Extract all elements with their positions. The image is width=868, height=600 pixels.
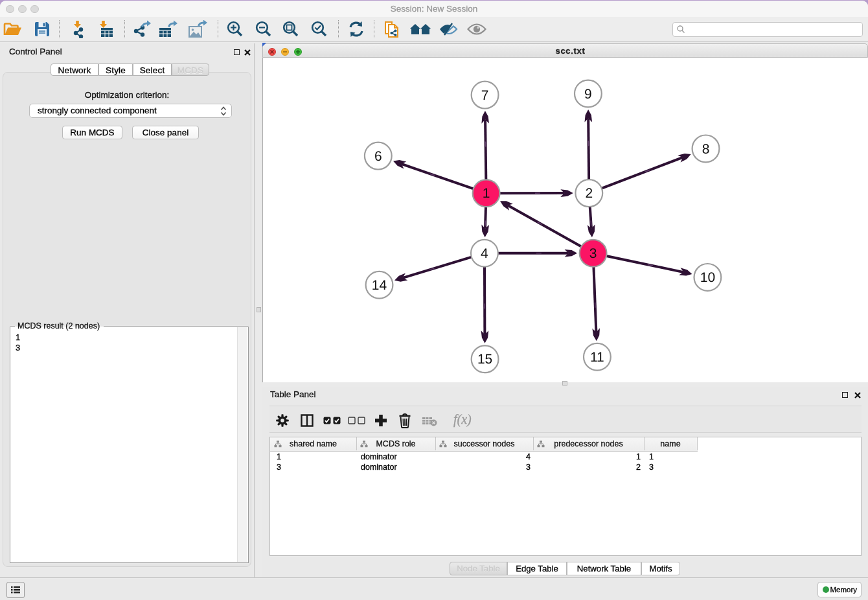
- svg-text:4: 4: [481, 246, 488, 261]
- svg-text:9: 9: [584, 87, 592, 102]
- svg-text:1: 1: [483, 186, 490, 201]
- svg-text:11: 11: [590, 350, 604, 365]
- svg-text:8: 8: [702, 142, 710, 157]
- svg-text:15: 15: [477, 352, 492, 367]
- svg-text:6: 6: [374, 149, 382, 164]
- svg-text:10: 10: [700, 270, 715, 285]
- svg-text:2: 2: [585, 186, 593, 201]
- svg-text:14: 14: [372, 278, 387, 293]
- svg-text:7: 7: [481, 88, 489, 103]
- svg-text:3: 3: [589, 246, 597, 261]
